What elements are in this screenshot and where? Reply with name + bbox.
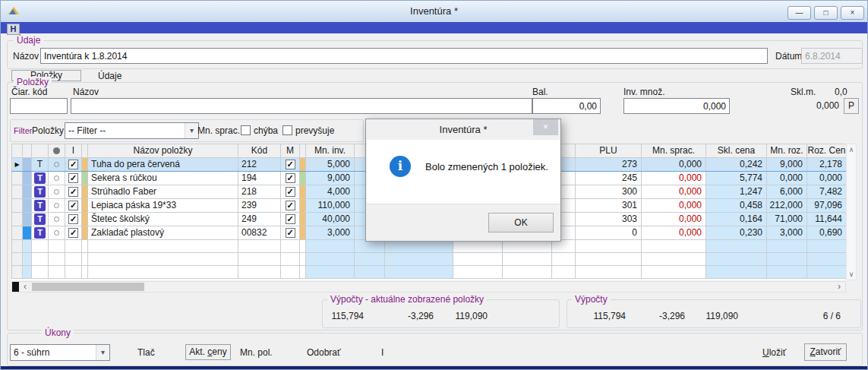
name-cell[interactable]: Sekera s rúčkou [88,172,238,185]
ukony-legend: Úkony [42,327,74,338]
ulozit-button[interactable]: Uložiť [762,347,786,358]
i-checkbox[interactable]: ✓ [68,173,78,183]
ciar-kod-input[interactable] [10,98,68,114]
zatvorit-button[interactable]: Zatvoriť [804,343,847,361]
scroll-right-icon[interactable]: › [833,282,845,292]
empty-cell [503,253,552,266]
splitter-handle[interactable] [12,282,19,292]
name-cell[interactable]: Strúhadlo Faber [88,185,238,199]
col-header-mroz: Mn. roz. [767,144,807,158]
bal-input[interactable] [532,98,601,114]
mn-inv-cell: 40,000 [306,213,355,226]
vypocty-current-value-2: -3,296 [364,311,434,321]
roz-cena-cell: 11,644 [807,213,847,226]
i-button[interactable]: I [381,347,383,358]
name-cell[interactable]: Štetec školský [88,213,238,226]
empty-cell [281,253,300,266]
close-button[interactable]: × [841,6,864,20]
bubble-cell [49,185,65,199]
tlac-button[interactable]: Tlač [137,347,155,358]
ok-button[interactable]: OK [488,213,554,232]
row-count-badge: 6 / 6 [823,311,841,321]
status-strip [82,226,88,240]
mn-roz-cell: 0,000 [767,172,807,185]
empty-cell [65,240,82,253]
i-checkbox[interactable]: ✓ [68,187,78,197]
odobrat-button[interactable]: Odobrať [307,347,341,358]
row-selector-cell[interactable] [12,226,23,240]
empty-cell [576,253,642,266]
row-selector-cell[interactable] [12,185,23,199]
empty-cell [300,266,306,279]
bubble-icon [54,203,59,208]
bubble-cell [49,199,65,213]
empty-cell [82,253,88,266]
empty-cell [552,240,576,253]
vertical-scrollbar[interactable]: ∧ ∨ [846,144,857,280]
m-checkbox[interactable]: ✓ [286,228,295,238]
name-cell[interactable]: Zakladač plastový [88,226,238,240]
vypocty-current-value-1: 115,794 [329,311,364,321]
row-selector-cell[interactable] [12,172,23,185]
row-indicator-strip [23,172,32,185]
empty-row [12,266,847,279]
scroll-down-icon[interactable]: ∨ [847,269,856,280]
row-indicator-strip [23,185,32,199]
nazov-input[interactable] [40,48,768,64]
inv-mnoz-input[interactable] [623,98,730,114]
row-selector-cell[interactable]: ▶ [12,158,23,172]
row-selector-cell[interactable] [12,199,23,213]
vypocty-current-legend: Výpočty - aktuálne zobrazené položky [327,294,487,305]
prevysuje-checkbox[interactable] [282,125,292,135]
m-checkbox[interactable]: ✓ [286,187,295,197]
m-checkbox-cell: ✓ [281,185,300,199]
bubble-cell [49,158,65,172]
empty-cell [642,253,706,266]
tab-udaje[interactable]: Údaje [98,71,122,81]
horizontal-scrollbar[interactable]: ‹ › [11,281,846,293]
mn-inv-cell: 110,000 [306,199,355,213]
m-checkbox[interactable]: ✓ [286,214,295,224]
scroll-left-icon[interactable]: ‹ [19,282,31,292]
empty-cell [238,253,281,266]
i-checkbox[interactable]: ✓ [68,201,78,210]
m-checkbox[interactable]: ✓ [286,201,295,210]
prevysuje-label: prevyšuje [295,125,334,136]
chevron-down-icon[interactable]: ▾ [96,345,109,360]
ukony-dropdown[interactable]: 6 - súhrn ▾ [10,344,110,361]
i-checkbox[interactable]: ✓ [68,214,78,224]
empty-cell [642,240,706,253]
h-button[interactable]: H [7,24,20,35]
chyba-checkbox[interactable] [241,125,251,135]
maximize-button[interactable]: □ [814,6,838,20]
chevron-down-icon[interactable]: ▾ [185,123,198,138]
inv-mnoz-label: Inv. množ. [623,87,664,97]
minimize-button[interactable]: — [788,6,811,20]
filter-polozky-label: Položky [32,125,64,136]
t-badge: T [34,186,46,198]
p-button[interactable]: P [844,98,859,114]
i-checkbox[interactable]: ✓ [68,160,78,169]
dialog-close-button[interactable]: × [533,119,558,135]
name-cell[interactable]: Lepiaca páska 19*33 [88,199,238,213]
name-cell[interactable]: Tuha do pera červená [88,158,238,172]
i-checkbox[interactable]: ✓ [68,228,78,238]
close-icon: × [543,122,548,132]
ciar-kod-label: Čiar. kód [11,87,47,97]
sklm-value: 0,000 [784,100,839,111]
skl-cena-cell: 0,164 [706,213,767,226]
empty-cell [807,240,847,253]
row-pointer-icon: ▶ [14,161,19,168]
m-checkbox[interactable]: ✓ [286,160,295,169]
bal-label: Bal. [532,87,548,97]
row-selector-cell[interactable] [12,213,23,226]
scroll-up-icon[interactable]: ∧ [847,144,856,155]
mn-pol-button[interactable]: Mn. pol. [240,347,273,358]
filter-dropdown[interactable]: -- Filter -- ▾ [65,122,199,139]
empty-cell [88,240,238,253]
polozky-nazov-input[interactable] [71,98,532,114]
col-header-name: Názov položky [88,144,238,158]
akt-ceny-button[interactable]: Akt. ceny [185,344,231,360]
m-checkbox[interactable]: ✓ [286,173,295,183]
scrollbar-thumb[interactable] [32,283,144,291]
